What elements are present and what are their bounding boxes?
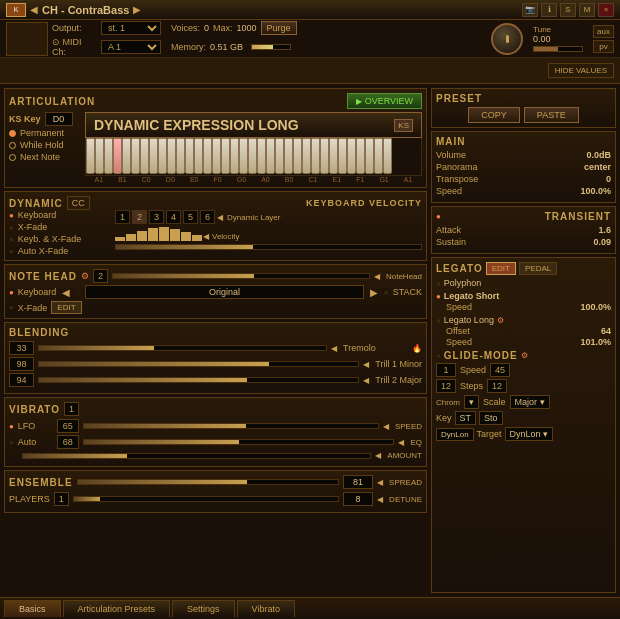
- tab-vibrato[interactable]: Vibrato: [237, 600, 295, 617]
- piano-key-16[interactable]: [221, 138, 230, 174]
- blend-slider-1[interactable]: [38, 345, 327, 351]
- dynlon-dropdown[interactable]: DynLon: [436, 428, 474, 441]
- overview-button[interactable]: ▶ OVERVIEW: [347, 93, 422, 109]
- piano-key-13[interactable]: [194, 138, 203, 174]
- camera-icon[interactable]: 📷: [522, 3, 538, 17]
- nav-prev-icon[interactable]: ◀: [30, 4, 38, 15]
- blend-num-1[interactable]: 33: [9, 341, 34, 355]
- piano-key-18[interactable]: [239, 138, 248, 174]
- pedal-button[interactable]: PEDAL: [519, 262, 557, 275]
- piano-key-28[interactable]: [329, 138, 338, 174]
- num-btn-2[interactable]: 2: [132, 210, 147, 224]
- piano-key-24[interactable]: [293, 138, 302, 174]
- glide-num12[interactable]: 12: [436, 379, 456, 393]
- piano-key-30[interactable]: [347, 138, 356, 174]
- permanent-radio[interactable]: [9, 130, 16, 137]
- blend-num-3[interactable]: 94: [9, 373, 34, 387]
- lfo-val[interactable]: 65: [57, 419, 79, 433]
- legato-edit-button[interactable]: EDIT: [486, 262, 516, 275]
- piano-key-9[interactable]: [158, 138, 167, 174]
- piano-key-29[interactable]: [338, 138, 347, 174]
- num-btn-3[interactable]: 3: [149, 210, 164, 224]
- nh-selected[interactable]: Original: [85, 285, 364, 299]
- num-btn-5[interactable]: 5: [183, 210, 198, 224]
- piano-key-3[interactable]: [104, 138, 113, 174]
- speed-val-box[interactable]: 45: [490, 363, 510, 377]
- tab-articulation-presets[interactable]: Articulation Presets: [63, 600, 171, 617]
- piano-key-17[interactable]: [230, 138, 239, 174]
- piano-key-31[interactable]: [356, 138, 365, 174]
- piano-key-32[interactable]: [365, 138, 374, 174]
- lfo-slider[interactable]: [83, 423, 379, 429]
- piano-key-25[interactable]: [302, 138, 311, 174]
- tune-knob[interactable]: [491, 23, 523, 55]
- piano-key-34[interactable]: [383, 138, 392, 174]
- close-icon[interactable]: ×: [598, 3, 614, 17]
- steps-val-box[interactable]: 12: [487, 379, 507, 393]
- glide-num1[interactable]: 1: [436, 363, 456, 377]
- note-head-slider[interactable]: [112, 273, 370, 279]
- pv-button[interactable]: pv: [593, 40, 614, 53]
- output-select[interactable]: st. 1: [101, 21, 161, 35]
- piano-key-6[interactable]: [131, 138, 140, 174]
- spread-val[interactable]: 81: [343, 475, 373, 489]
- ensemble-slider[interactable]: [77, 479, 340, 485]
- chrom-dropdown[interactable]: ▾: [464, 395, 479, 409]
- piano-key-5[interactable]: [122, 138, 131, 174]
- target-dropdown[interactable]: DynLon ▾: [505, 427, 554, 441]
- tab-basics[interactable]: Basics: [4, 600, 61, 617]
- piano-key-23[interactable]: [284, 138, 293, 174]
- piano-key-19[interactable]: [248, 138, 257, 174]
- nh-prev-arrow[interactable]: ◀: [60, 287, 72, 298]
- vibrato-num[interactable]: 1: [64, 402, 79, 416]
- m-icon[interactable]: M: [579, 3, 595, 17]
- detune-slider[interactable]: [73, 496, 339, 502]
- num-btn-6[interactable]: 6: [200, 210, 215, 224]
- piano-key-10[interactable]: [167, 138, 176, 174]
- piano-key-11[interactable]: [176, 138, 185, 174]
- key-val2[interactable]: Sto: [479, 411, 503, 425]
- aux-button[interactable]: aux: [593, 25, 614, 38]
- piano-key-8[interactable]: [149, 138, 158, 174]
- auto-val[interactable]: 68: [57, 435, 79, 449]
- ks-key-value[interactable]: D0: [45, 112, 73, 126]
- players-val[interactable]: 1: [54, 492, 69, 506]
- piano-key-26[interactable]: [311, 138, 320, 174]
- nav-next-icon[interactable]: ▶: [133, 4, 141, 15]
- auto-slider[interactable]: [83, 439, 395, 445]
- piano-key-21[interactable]: [266, 138, 275, 174]
- piano-key-27[interactable]: [320, 138, 329, 174]
- detune-val[interactable]: 8: [343, 492, 373, 506]
- blend-slider-3[interactable]: [38, 377, 359, 383]
- piano-key-14[interactable]: [203, 138, 212, 174]
- dynamic-slider[interactable]: [115, 244, 422, 250]
- hide-values-button[interactable]: HIDE VALUES: [548, 63, 614, 78]
- while-hold-radio[interactable]: [9, 142, 16, 149]
- piano-key-20[interactable]: [257, 138, 266, 174]
- piano-key-2[interactable]: [95, 138, 104, 174]
- amount-slider[interactable]: [22, 453, 371, 459]
- scale-dropdown[interactable]: Major ▾: [510, 395, 550, 409]
- piano-key-12[interactable]: [185, 138, 194, 174]
- piano-key-7[interactable]: [140, 138, 149, 174]
- tab-settings[interactable]: Settings: [172, 600, 235, 617]
- copy-button[interactable]: COPY: [468, 107, 520, 123]
- piano-key-4[interactable]: [113, 138, 122, 174]
- midi-select[interactable]: A 1: [101, 40, 161, 54]
- blend-slider-2[interactable]: [38, 361, 359, 367]
- num-btn-4[interactable]: 4: [166, 210, 181, 224]
- note-head-num[interactable]: 2: [93, 269, 108, 283]
- piano-key-15[interactable]: [212, 138, 221, 174]
- piano-key-22[interactable]: [275, 138, 284, 174]
- blend-num-2[interactable]: 98: [9, 357, 34, 371]
- key-val1[interactable]: ST: [455, 411, 477, 425]
- purge-button[interactable]: Purge: [261, 21, 297, 35]
- nh-next-arrow[interactable]: ▶: [368, 287, 380, 298]
- piano-key-33[interactable]: [374, 138, 383, 174]
- nh-edit-button[interactable]: EDIT: [51, 301, 81, 314]
- num-btn-1[interactable]: 1: [115, 210, 130, 224]
- paste-button[interactable]: PASTE: [524, 107, 579, 123]
- next-note-radio[interactable]: [9, 154, 16, 161]
- s-icon[interactable]: S: [560, 3, 576, 17]
- info-icon[interactable]: ℹ: [541, 3, 557, 17]
